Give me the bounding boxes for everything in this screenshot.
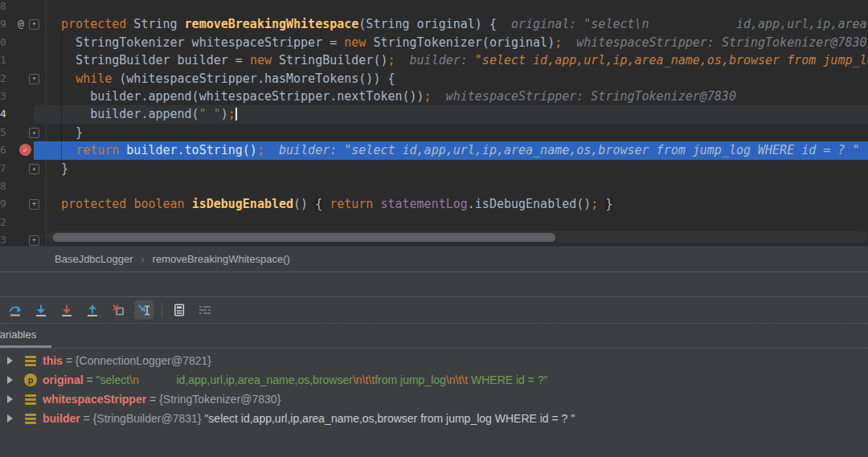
parameter-icon: p (24, 373, 37, 386)
step-into-button[interactable] (31, 300, 51, 320)
code-text[interactable]: StringTokenizer whitespaceStripper = new… (47, 34, 868, 51)
scrollbar-thumb[interactable] (53, 233, 555, 242)
code-text[interactable]: } (47, 124, 868, 141)
variable-icon (24, 354, 37, 367)
fold-marker[interactable]: + (29, 235, 39, 246)
fold-marker[interactable]: ▾ (29, 19, 39, 30)
line-number: 3 (0, 88, 13, 105)
run-to-cursor-button[interactable] (134, 300, 154, 320)
breakpoint-icon[interactable]: ✓ (19, 144, 31, 156)
line-number: 5 (0, 124, 13, 141)
variable-value: from jump_log (375, 370, 446, 390)
force-step-into-button[interactable] (57, 300, 76, 320)
drop-frame-icon (111, 303, 125, 317)
run-to-cursor-icon (137, 303, 151, 317)
variable-value: {StringTokenizer@7830} (159, 390, 280, 409)
line-number: 6 (0, 141, 13, 159)
code-line[interactable]: 6✓ return builder.toString(); builder: "… (0, 141, 868, 159)
line-number: 8 (0, 0, 13, 15)
variable-value: "select (96, 370, 130, 390)
breadcrumb-item[interactable]: removeBreakingWhitespace() (153, 253, 290, 265)
fold-marker[interactable]: ▴ (29, 164, 39, 174)
gutter-icon-area: ✓ (13, 141, 34, 159)
fold-gutter: ▾ (34, 70, 47, 88)
debug-toolbar (0, 297, 868, 324)
code-line[interactable]: 2▾ while (whitespaceStripper.hasMoreToke… (0, 70, 868, 88)
equals-sign: = (80, 409, 93, 428)
evaluate-expression-button[interactable] (170, 300, 189, 320)
variable-icon (24, 412, 37, 425)
gutter-icon-area (13, 177, 34, 195)
variable-value: \n (129, 370, 139, 390)
variable-row[interactable]: builder = {StringBuilder@7831} "select i… (0, 409, 868, 428)
code-text[interactable]: return builder.toString(); builder: "sel… (47, 141, 868, 159)
variable-value: {StringBuilder@7831} (93, 409, 205, 428)
step-out-button[interactable] (83, 300, 102, 320)
debug-header-strip (0, 272, 868, 297)
variable-value: "select id,app,url,ip,area_name,os,brows… (204, 409, 575, 428)
expand-arrow-icon[interactable] (7, 395, 13, 403)
code-text[interactable]: StringBuilder builder = new StringBuilde… (47, 51, 868, 69)
code-text[interactable]: } (47, 160, 868, 177)
code-text[interactable]: while (whitespaceStripper.hasMoreTokens(… (47, 70, 868, 88)
indent-guide (61, 34, 62, 177)
code-text[interactable]: builder.append(whitespaceStripper.nextTo… (47, 88, 868, 105)
code-line[interactable]: 3 builder.append(whitespaceStripper.next… (0, 88, 868, 105)
gutter-icon-area (13, 214, 34, 231)
variable-row[interactable]: this = {ConnectionLogger@7821} (0, 351, 868, 370)
restore-layout-button[interactable] (195, 300, 215, 320)
fold-marker[interactable]: ▾ (29, 74, 39, 84)
code-text[interactable]: protected boolean isDebugEnabled() { ret… (47, 195, 868, 213)
drop-frame-button[interactable] (108, 300, 128, 320)
code-text[interactable]: protected String removeBreakingWhitespac… (47, 15, 868, 33)
code-text[interactable] (47, 177, 868, 195)
code-line[interactable]: 1 StringBuilder builder = new StringBuil… (0, 51, 868, 69)
variable-row[interactable]: whitespaceStripper = {StringTokenizer@78… (0, 390, 868, 409)
variable-row[interactable]: poriginal = "select\n id,app,url,ip,area… (0, 370, 868, 390)
fold-marker[interactable]: + (29, 199, 39, 210)
code-line[interactable]: 8 (0, 177, 868, 195)
fold-gutter (34, 34, 47, 51)
code-text[interactable]: builder.append(" "); (47, 105, 868, 123)
step-over-icon (8, 303, 23, 317)
variable-name: original (43, 370, 84, 390)
variable-value: {ConnectionLogger@7821} (76, 351, 211, 370)
expand-arrow-icon[interactable] (7, 376, 13, 384)
variable-value: WHERE id = ?" (468, 370, 548, 390)
fold-gutter (34, 214, 47, 231)
tab-variables[interactable]: Variables (0, 328, 36, 341)
code-line[interactable]: 9@▾ protected String removeBreakingWhite… (0, 15, 868, 33)
code-line[interactable]: 8 (0, 0, 868, 15)
expand-arrow-icon[interactable] (7, 414, 13, 422)
fold-gutter: + (34, 195, 47, 213)
code-text[interactable] (47, 214, 868, 231)
breadcrumb: BaseJdbcLogger›removeBreakingWhitespace(… (0, 246, 868, 272)
code-text[interactable] (47, 0, 868, 15)
expand-arrow-icon[interactable] (7, 357, 13, 365)
step-into-icon (34, 303, 48, 317)
fold-gutter (34, 51, 47, 69)
breadcrumb-item[interactable]: BaseJdbcLogger (55, 253, 133, 265)
code-line[interactable]: 5▴ } (0, 124, 868, 141)
code-line[interactable]: 7▴ } (0, 160, 868, 177)
step-out-icon (85, 303, 100, 317)
code-editor[interactable]: 89@▾ protected String removeBreakingWhit… (0, 0, 868, 246)
line-number: 8 (0, 177, 13, 195)
step-over-button[interactable] (6, 300, 25, 320)
fold-marker[interactable]: ▴ (29, 128, 39, 138)
chevron-right-icon: › (141, 254, 145, 265)
line-number: 1 (0, 51, 13, 69)
code-line[interactable]: 4 builder.append(" "); (0, 105, 868, 123)
line-number: 0 (0, 34, 13, 51)
equals-sign: = (146, 390, 159, 409)
line-number: 2 (0, 70, 13, 88)
fold-gutter: ▾ (34, 15, 47, 33)
gutter-icon-area (13, 88, 34, 105)
code-line[interactable]: 2 (0, 214, 868, 231)
code-line[interactable]: 0 StringTokenizer whitespaceStripper = n… (0, 34, 868, 51)
code-line[interactable]: 9+ protected boolean isDebugEnabled() { … (0, 195, 868, 213)
gutter-icon-area (13, 51, 34, 69)
equals-sign: = (63, 351, 76, 370)
force-step-into-icon (59, 303, 74, 317)
text-caret (235, 108, 237, 120)
